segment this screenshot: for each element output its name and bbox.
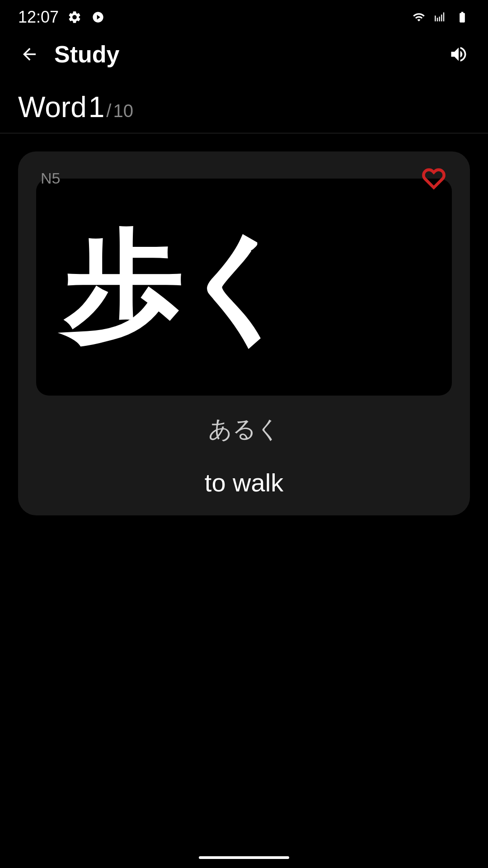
level-badge: N5 [41, 170, 60, 187]
media-play-icon [90, 9, 106, 25]
gear-icon [67, 9, 82, 25]
wifi-icon [411, 9, 427, 25]
word-counter-section: Word 1 / 10 [0, 77, 488, 133]
app-bar: Study [0, 32, 488, 77]
status-left: 12:07 [18, 8, 106, 27]
bottom-nav-indicator [199, 856, 289, 859]
word-current: 1 [89, 90, 105, 124]
kanji-text: 歩く [63, 228, 292, 346]
flashcard: N5 歩く あるく to walk [18, 151, 470, 515]
word-total: 10 [113, 101, 133, 121]
status-bar: 12:07 [0, 0, 488, 32]
signal-icon [433, 9, 448, 25]
back-button[interactable] [18, 43, 41, 66]
word-counter: Word 1 / 10 [18, 90, 470, 124]
kanji-display-box: 歩く [36, 179, 452, 396]
app-bar-left: Study [18, 41, 119, 68]
meaning-text: to walk [205, 468, 283, 497]
status-right [411, 9, 470, 25]
word-separator: / [106, 101, 111, 121]
volume-button[interactable] [447, 43, 470, 66]
status-time: 12:07 [18, 8, 59, 27]
app-title: Study [54, 41, 119, 68]
battery-icon [455, 9, 470, 25]
favorite-button[interactable] [420, 165, 447, 192]
reading-text: あるく [208, 414, 280, 445]
word-label: Word [18, 90, 87, 124]
flashcard-area: N5 歩く あるく to walk [0, 133, 488, 533]
